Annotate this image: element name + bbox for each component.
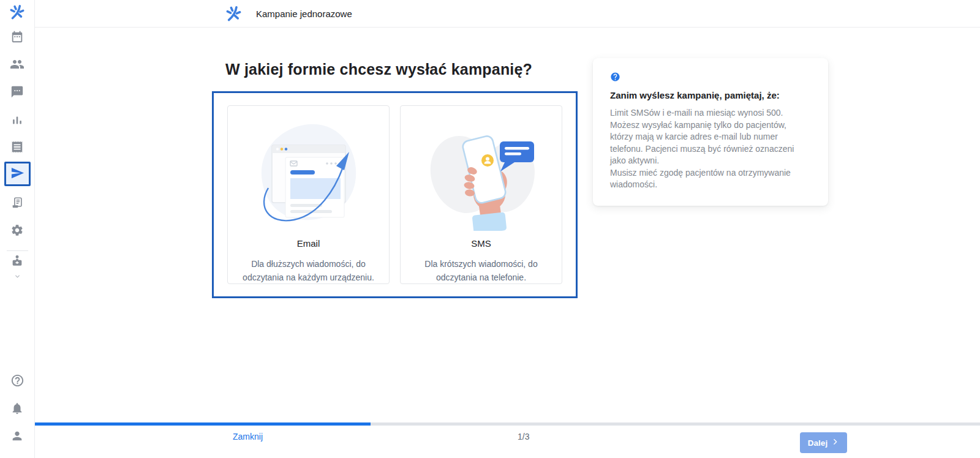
info-line: Musisz mieć zgodę pacjentów na otrzymywa… (610, 167, 811, 191)
sidebar-item-patients[interactable] (0, 52, 34, 77)
info-line: Możesz wysyłać kampanię tylko do pacjent… (610, 119, 811, 167)
main-heading: W jakiej formie chcesz wysłać kampanię? (225, 61, 532, 78)
sidebar-item-settings[interactable] (0, 218, 34, 242)
option-card-sms[interactable]: SMS Dla krótszych wiadomości, do odczyta… (400, 105, 562, 284)
option-title: SMS (401, 238, 562, 249)
gear-icon (10, 223, 24, 237)
email-illustration (247, 114, 370, 231)
receipt-icon (10, 140, 24, 154)
sidebar-divider (7, 250, 28, 251)
option-title: Email (228, 238, 389, 249)
calendar-icon (10, 30, 24, 43)
sidebar-item-terminal[interactable] (0, 190, 34, 215)
sidebar-item-messages[interactable] (0, 80, 34, 104)
app-window: Kampanie jednorazowe W jakiej formie chc… (0, 0, 980, 458)
page-title: Kampanie jednorazowe (256, 9, 352, 19)
progress-bar (35, 422, 980, 426)
doctor-icon (10, 254, 24, 270)
bell-icon (10, 402, 24, 415)
sidebar-item-statistics[interactable] (0, 108, 34, 132)
brand-asterisk-icon (9, 4, 25, 23)
option-description: Dla dłuższych wiadomości, do odczytania … (238, 257, 380, 284)
next-button-label: Dalej (808, 438, 827, 448)
sms-illustration (420, 114, 543, 231)
info-panel: Zanim wyślesz kampanię, pamiętaj, że: Li… (593, 58, 828, 206)
option-description: Dla krótszych wiadomości, do odczytania … (410, 257, 552, 284)
campaign-logo-icon (225, 6, 242, 24)
person-icon (10, 429, 24, 443)
bar-chart-icon (10, 113, 24, 127)
close-button[interactable]: Zamknij (233, 432, 263, 441)
sidebar-item-help[interactable] (0, 368, 34, 392)
next-button[interactable]: Dalej (800, 432, 847, 453)
sidebar-item-account[interactable] (0, 424, 34, 448)
sidebar (0, 0, 35, 458)
app-logo[interactable] (0, 0, 34, 27)
progress-fill (35, 422, 371, 426)
sidebar-item-notifications[interactable] (0, 396, 34, 421)
terminal-icon (10, 196, 24, 209)
send-icon (10, 166, 24, 182)
chevron-right-icon (831, 438, 839, 448)
people-icon (10, 57, 24, 72)
sidebar-item-campaigns[interactable] (4, 162, 31, 186)
chevron-down-icon (14, 271, 21, 282)
sidebar-item-records[interactable] (0, 135, 34, 159)
help-icon (10, 374, 24, 388)
sidebar-item-staff[interactable] (0, 254, 34, 282)
info-line: Limit SMSów i e-maili na miesiąc wynosi … (610, 107, 811, 119)
page-header: Kampanie jednorazowe (35, 0, 980, 28)
help-circle-icon (610, 73, 620, 84)
sidebar-item-calendar[interactable] (0, 24, 34, 49)
step-indicator: 1/3 (518, 432, 529, 441)
option-card-email[interactable]: Email Dla dłuższych wiadomości, do odczy… (227, 105, 390, 284)
option-group: Email Dla dłuższych wiadomości, do odczy… (212, 91, 578, 298)
chat-icon (10, 85, 24, 99)
info-title: Zanim wyślesz kampanię, pamiętaj, że: (610, 90, 811, 100)
